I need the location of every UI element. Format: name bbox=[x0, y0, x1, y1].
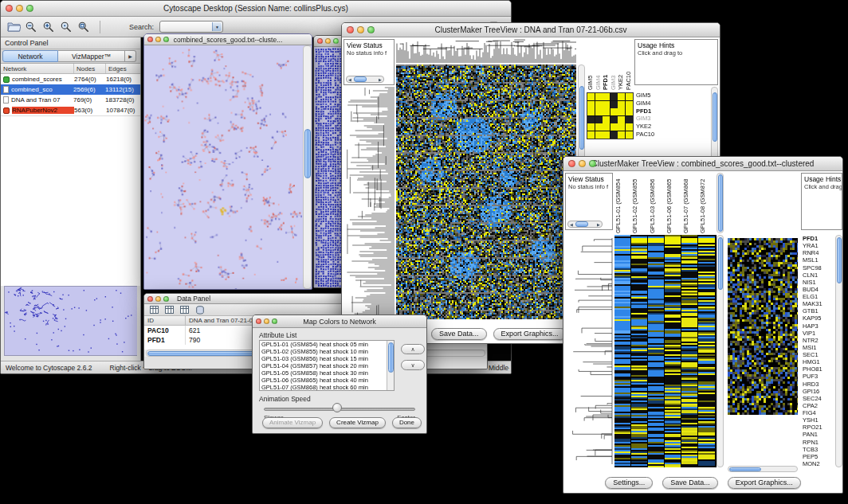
gene-label[interactable]: BUD4 bbox=[803, 286, 835, 293]
gene-label[interactable]: KAP95 bbox=[803, 315, 835, 322]
gene-label[interactable]: YSH1 bbox=[803, 416, 835, 424]
scroll-left-icon[interactable]: ◀ bbox=[347, 77, 353, 82]
export-graphics-button[interactable]: Export Graphics... bbox=[493, 328, 567, 340]
close-button[interactable] bbox=[256, 318, 261, 324]
matrix-cell[interactable] bbox=[626, 93, 633, 100]
matrix-row-label[interactable]: YKE2 bbox=[636, 123, 669, 131]
minimize-button[interactable] bbox=[579, 160, 586, 167]
search-combobox[interactable]: ▼ bbox=[159, 21, 223, 33]
zoom-button[interactable] bbox=[163, 37, 169, 42]
matrix-cell[interactable] bbox=[626, 116, 633, 123]
gene-label[interactable]: SPC98 bbox=[803, 264, 835, 272]
minimize-button[interactable] bbox=[155, 296, 161, 302]
horizontal-scrollbar[interactable]: ◀ ▶ bbox=[346, 76, 384, 83]
zoom-in-icon[interactable] bbox=[41, 19, 57, 35]
network-overview-canvas[interactable] bbox=[5, 287, 137, 355]
gene-label[interactable]: RPO21 bbox=[803, 424, 835, 431]
matrix-cell[interactable] bbox=[603, 123, 610, 131]
gene-label[interactable]: NTR2 bbox=[803, 337, 835, 344]
zoom-button[interactable] bbox=[26, 5, 33, 12]
matrix-cell[interactable] bbox=[626, 123, 633, 131]
network-list-row[interactable]: DNA and Tran 07769(0)183728(0) bbox=[1, 95, 140, 105]
matrix-cell[interactable] bbox=[587, 108, 595, 115]
open-folder-icon[interactable] bbox=[6, 19, 22, 35]
zoom-out-icon[interactable] bbox=[23, 19, 39, 35]
matrix-cell[interactable] bbox=[618, 108, 625, 115]
matrix-row-label[interactable]: PAC10 bbox=[636, 131, 669, 139]
vertical-scrollbar[interactable] bbox=[716, 235, 724, 467]
vertical-scrollbar[interactable] bbox=[387, 341, 394, 390]
gene-label[interactable]: CLN1 bbox=[803, 272, 835, 279]
network-list-row[interactable]: combined_sco2569(6)13112(15) bbox=[1, 84, 140, 95]
matrix-cell[interactable] bbox=[603, 116, 610, 123]
create-vizmap-button[interactable]: Create Vizmap bbox=[329, 417, 386, 428]
header-network[interactable]: Network bbox=[1, 64, 74, 73]
matrix-cell[interactable] bbox=[595, 131, 603, 139]
horizontal-scrollbar[interactable]: ◀ ▶ bbox=[567, 221, 603, 228]
matrix-row-label[interactable]: GIM4 bbox=[636, 100, 669, 107]
gene-label[interactable]: FIG4 bbox=[803, 409, 835, 416]
matrix-cell[interactable] bbox=[610, 123, 618, 131]
minimize-button[interactable] bbox=[357, 26, 364, 33]
attribute-list-item[interactable]: GPL51-04 (GSM857) heat shock 20 min bbox=[260, 362, 387, 369]
gene-label[interactable]: PUF3 bbox=[803, 373, 835, 380]
table-grid-icon[interactable] bbox=[148, 305, 160, 315]
zoom-button[interactable] bbox=[272, 318, 277, 324]
column-dendrogram-canvas[interactable] bbox=[396, 39, 576, 63]
zoom-button[interactable] bbox=[163, 296, 169, 302]
network-list-row[interactable]: combined_scores2764(0)16218(0) bbox=[1, 74, 140, 84]
matrix-cell[interactable] bbox=[603, 101, 610, 108]
matrix-row-label[interactable]: GIM3 bbox=[636, 115, 669, 123]
matrix-cell[interactable] bbox=[626, 101, 633, 108]
vertical-scrollbar[interactable] bbox=[835, 235, 842, 467]
scrollbar-thumb[interactable] bbox=[575, 221, 588, 227]
gene-label[interactable]: PFD1 bbox=[803, 235, 835, 242]
attribute-list-item[interactable]: GPL51-05 (GSM858) heat shock 30 min bbox=[260, 369, 387, 377]
settings-button[interactable]: Settings... bbox=[605, 477, 653, 489]
column-label[interactable]: GPL51-02 (GSM855 bbox=[631, 173, 648, 233]
gene-label[interactable]: RNR4 bbox=[803, 249, 835, 256]
matrix-cell[interactable] bbox=[618, 93, 625, 100]
matrix-cell[interactable] bbox=[603, 131, 610, 139]
vertical-scrollbar[interactable] bbox=[303, 45, 312, 289]
close-button[interactable] bbox=[6, 5, 13, 12]
matrix-column-label[interactable]: YKE2 bbox=[617, 39, 625, 90]
column-label[interactable]: GPL51-06 (GSM865 bbox=[665, 173, 682, 233]
scrollbar-thumb[interactable] bbox=[837, 237, 842, 283]
matrix-cell[interactable] bbox=[610, 116, 618, 123]
move-up-button[interactable]: ∧ bbox=[401, 344, 425, 354]
secondary-heatmap-canvas[interactable] bbox=[728, 238, 798, 415]
horizontal-scrollbar[interactable] bbox=[728, 466, 798, 472]
gene-label[interactable]: ELG1 bbox=[803, 293, 835, 300]
column-label[interactable]: GPL51-07 (GSM868 bbox=[682, 173, 699, 233]
tab-network[interactable]: Network bbox=[2, 50, 58, 62]
matrix-cell[interactable] bbox=[626, 108, 633, 115]
matrix-cell[interactable] bbox=[610, 131, 618, 139]
header-id[interactable]: ID bbox=[144, 316, 186, 325]
header-attribute[interactable]: DNA and Tran 07-21-06... bbox=[186, 316, 261, 325]
gene-label[interactable]: YRA1 bbox=[803, 242, 835, 249]
zoom-button[interactable] bbox=[333, 38, 339, 44]
minimize-button[interactable] bbox=[325, 38, 331, 44]
matrix-cell[interactable] bbox=[595, 108, 603, 115]
close-button[interactable] bbox=[317, 38, 323, 44]
matrix-column-label[interactable]: PAC10 bbox=[625, 39, 633, 90]
database-icon[interactable] bbox=[194, 305, 206, 315]
gene-label[interactable]: MSI1 bbox=[803, 344, 835, 351]
matrix-column-label[interactable]: GIM3 bbox=[610, 39, 618, 90]
matrix-cell[interactable] bbox=[610, 93, 618, 100]
vertical-scrollbar[interactable] bbox=[716, 173, 724, 233]
matrix-row-label[interactable]: PFD1 bbox=[636, 107, 669, 115]
close-button[interactable] bbox=[147, 37, 153, 42]
gene-label[interactable]: VIP1 bbox=[803, 330, 835, 337]
dialog-titlebar[interactable]: Map Colors to Network bbox=[253, 315, 426, 328]
save-data-button[interactable]: Save Data... bbox=[431, 328, 487, 340]
tab-vizmapper[interactable]: VizMapper™ bbox=[58, 50, 125, 62]
scroll-right-icon[interactable]: ▶ bbox=[377, 77, 383, 82]
gene-label[interactable]: SEC1 bbox=[803, 351, 835, 358]
gene-label[interactable]: PEP5 bbox=[803, 453, 835, 460]
animate-vizmap-button[interactable]: Animate Vizmap bbox=[262, 417, 323, 428]
minimize-button[interactable] bbox=[155, 37, 161, 42]
column-label[interactable]: GPL51-08 (GSM872 bbox=[699, 173, 716, 233]
slider-thumb[interactable] bbox=[332, 403, 342, 412]
